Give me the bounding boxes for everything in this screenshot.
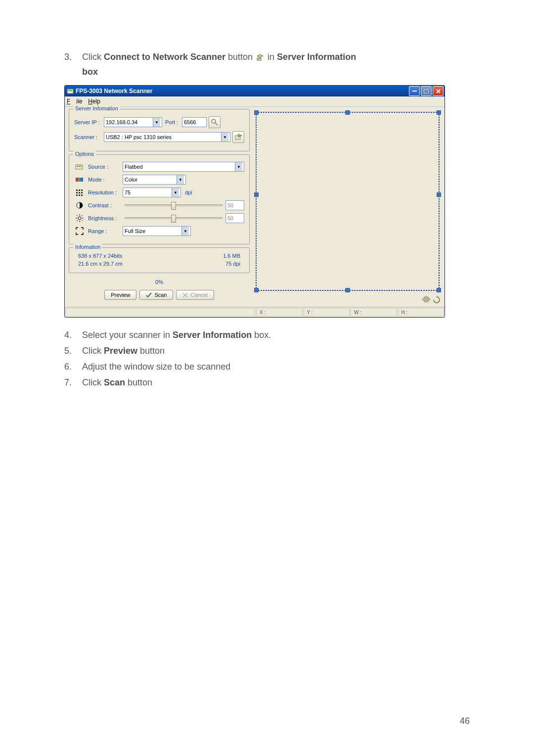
crop-handle[interactable] (437, 288, 441, 292)
crop-handle[interactable] (437, 110, 441, 115)
step3-text: Click Connect to Network Scanner button … (82, 49, 470, 79)
svg-rect-4 (412, 91, 417, 92)
chevron-down-icon[interactable]: ▼ (181, 227, 189, 236)
connect-inline-icon (256, 53, 264, 61)
crop-handle[interactable] (346, 110, 350, 115)
step5-number: 5. (64, 343, 82, 358)
svg-rect-16 (81, 178, 83, 182)
source-label: Source : (88, 164, 123, 170)
svg-rect-5 (424, 89, 429, 93)
range-select[interactable]: Full Size ▼ (123, 226, 191, 236)
resolution-icon (74, 189, 85, 196)
chevron-down-icon[interactable]: ▼ (172, 188, 179, 197)
connect-button[interactable] (209, 116, 221, 128)
step3-f: box (82, 67, 98, 77)
slider-thumb[interactable] (171, 215, 176, 223)
port-label: Port : (165, 119, 182, 125)
port-value: 6566 (184, 119, 196, 125)
rotate-icon[interactable] (433, 296, 441, 304)
contrast-label: Contrast : (88, 202, 123, 208)
scanner-value: USB2 : HP psc 1310 series (106, 134, 221, 140)
serverip-input[interactable]: 192.168.0.34 ▼ (104, 117, 162, 127)
cancel-button[interactable]: Cancel (176, 290, 214, 300)
progress-label: 0% (69, 276, 250, 288)
preview-button[interactable]: Preview (104, 290, 136, 300)
app-icon (67, 88, 74, 94)
mode-select[interactable]: Color ▼ (123, 175, 186, 185)
resolution-unit: dpi (185, 189, 192, 195)
crop-handle[interactable] (346, 288, 350, 292)
chevron-down-icon[interactable]: ▼ (235, 162, 242, 171)
source-icon (74, 163, 85, 170)
right-panel (253, 107, 445, 307)
resolution-select[interactable]: 75 ▼ (123, 188, 181, 197)
options-group: Options Source : Flatbed ▼ Mode : (69, 154, 250, 244)
chevron-down-icon[interactable]: ▼ (177, 175, 184, 184)
information-group: Infomation 638 x 877 x 24bits 1.6 MB 21.… (69, 247, 250, 273)
menu-file[interactable]: File (67, 98, 82, 105)
brightness-slider[interactable] (125, 217, 222, 219)
info-legend: Infomation (73, 244, 102, 250)
range-label: Range : (88, 228, 123, 234)
step3-c: button (225, 52, 255, 62)
page-number: 46 (460, 716, 470, 726)
svg-rect-17 (76, 189, 78, 191)
step3-line: 3. Click Connect to Network Scanner butt… (64, 49, 470, 79)
svg-rect-21 (79, 192, 80, 193)
chevron-down-icon[interactable]: ▼ (153, 118, 160, 127)
range-value: Full Size (125, 228, 181, 234)
resolution-label: Resolution : (88, 189, 123, 195)
brightness-icon (74, 214, 85, 222)
screenshot: FPS-3003 Network Scanner File Help Serve… (64, 85, 470, 318)
svg-line-35 (82, 215, 83, 216)
svg-rect-20 (76, 192, 78, 193)
statusbar: X : Y : W : H : (65, 307, 445, 317)
minimize-button[interactable] (409, 86, 420, 96)
menu-help[interactable]: Help (88, 98, 100, 105)
maximize-button[interactable] (421, 86, 432, 96)
close-button[interactable] (433, 86, 444, 96)
chevron-down-icon[interactable]: ▼ (221, 133, 228, 142)
port-input[interactable]: 6566 (182, 117, 207, 127)
status-w: W : (351, 308, 397, 317)
server-info-group: Server Infomation Server IP : 192.168.0.… (69, 109, 250, 151)
svg-rect-23 (76, 194, 78, 196)
scan-button[interactable]: Scan (139, 290, 173, 300)
svg-marker-1 (257, 54, 263, 57)
step3-e: Server Information (277, 52, 356, 62)
step6-text: Adjust the window size to be scanned (82, 359, 470, 374)
svg-point-8 (212, 119, 216, 123)
mode-icon (74, 176, 85, 183)
scanner-select[interactable]: USB2 : HP psc 1310 series ▼ (104, 132, 230, 142)
svg-marker-38 (422, 296, 425, 302)
svg-line-9 (215, 123, 218, 125)
source-select[interactable]: Flatbed ▼ (123, 162, 244, 172)
info-cm: 21.6 cm x 29.7 cm (78, 261, 123, 267)
crop-handle[interactable] (254, 110, 259, 115)
svg-line-33 (82, 220, 83, 221)
info-dimensions: 638 x 877 x 24bits (78, 253, 122, 259)
brightness-label: Brightness : (88, 215, 123, 221)
scan-to-button[interactable] (232, 131, 244, 143)
crop-handle[interactable] (254, 288, 259, 292)
svg-line-34 (77, 220, 78, 221)
status-h: H : (398, 308, 445, 317)
contrast-icon (74, 201, 85, 209)
step7-text: Click Scan button (82, 375, 470, 390)
preview-area[interactable] (254, 110, 442, 294)
crop-handle[interactable] (437, 192, 441, 197)
title-text: FPS-3003 Network Scanner (76, 88, 409, 94)
mode-value: Color (125, 177, 177, 183)
svg-rect-2 (67, 89, 73, 94)
step5-text: Click Preview button (82, 343, 470, 358)
status-y: Y : (304, 308, 350, 317)
step6-number: 6. (64, 359, 82, 374)
svg-rect-13 (77, 166, 82, 167)
contrast-slider[interactable] (125, 204, 222, 206)
mirror-icon[interactable] (422, 296, 431, 304)
svg-rect-0 (257, 58, 261, 60)
slider-thumb[interactable] (171, 202, 176, 210)
range-icon (74, 227, 85, 235)
crop-handle[interactable] (254, 192, 259, 197)
status-msg (65, 308, 255, 317)
